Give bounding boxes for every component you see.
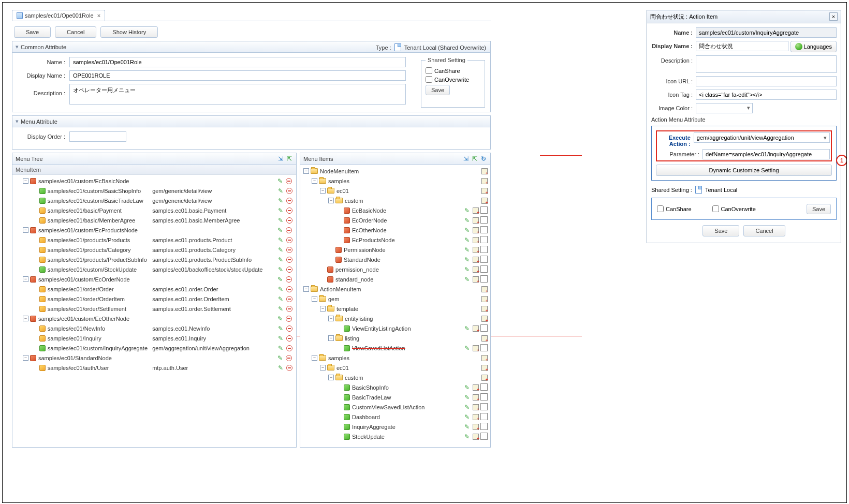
copy-icon[interactable] bbox=[481, 413, 488, 421]
copy-icon[interactable] bbox=[481, 207, 488, 214]
tree-row[interactable]: −ec01 bbox=[300, 363, 490, 373]
add-icon[interactable] bbox=[472, 423, 479, 431]
tree-row[interactable]: samples/ec01/custom/InquiryAggregategem/… bbox=[12, 343, 296, 353]
edit-icon[interactable]: ✎ bbox=[277, 364, 284, 372]
edit-icon[interactable]: ✎ bbox=[277, 246, 284, 254]
tree-row[interactable]: standard_node✎ bbox=[300, 274, 490, 284]
copy-icon[interactable] bbox=[481, 423, 488, 431]
delete-icon[interactable] bbox=[286, 364, 293, 372]
tree-row[interactable]: Dashboard✎ bbox=[300, 412, 490, 422]
delete-icon[interactable] bbox=[286, 295, 293, 303]
dlg-save-button[interactable]: Save bbox=[702, 225, 739, 236]
edit-icon[interactable]: ✎ bbox=[463, 413, 471, 421]
copy-icon[interactable] bbox=[481, 256, 488, 263]
dlg-canoverwrite-checkbox[interactable]: CanOverwrite bbox=[712, 205, 756, 212]
tree-row[interactable]: samples/ec01/products/ProductSubInfosamp… bbox=[12, 255, 296, 264]
delete-icon[interactable] bbox=[286, 305, 293, 313]
tree-row[interactable]: PermissionNode✎ bbox=[300, 245, 490, 255]
toggle-icon[interactable]: − bbox=[328, 316, 334, 321]
canshare-checkbox[interactable]: CanShare bbox=[426, 67, 480, 74]
execute-action-select[interactable]: gem/aggregation/unit/viewAggregation bbox=[694, 132, 830, 143]
edit-icon[interactable]: ✎ bbox=[463, 266, 471, 273]
delete-icon[interactable] bbox=[286, 286, 293, 293]
tree-row[interactable]: BasicTradeLaw✎ bbox=[300, 392, 490, 402]
edit-icon[interactable]: ✎ bbox=[463, 246, 471, 254]
tree-row[interactable]: −custom bbox=[300, 196, 490, 205]
add-icon[interactable] bbox=[472, 207, 479, 214]
shared-save-button[interactable]: Save bbox=[426, 85, 450, 95]
add-icon[interactable] bbox=[481, 197, 488, 204]
copy-icon[interactable] bbox=[481, 217, 488, 224]
tree-row[interactable]: samples/ec01/basic/Paymentsamples.ec01.b… bbox=[12, 205, 296, 215]
delete-icon[interactable] bbox=[285, 227, 292, 234]
add-icon[interactable] bbox=[481, 315, 488, 322]
delete-icon[interactable] bbox=[285, 276, 292, 283]
tree-row[interactable]: samples/ec01/basic/MemberAgreesamples.ec… bbox=[12, 215, 296, 225]
dlg-shared-save-button[interactable]: Save bbox=[807, 204, 831, 214]
edit-icon[interactable]: ✎ bbox=[277, 286, 284, 293]
tree-row[interactable]: samples/ec01/custom/StockUpdatesamples/e… bbox=[12, 264, 296, 274]
add-icon[interactable] bbox=[481, 286, 488, 293]
edit-icon[interactable]: ✎ bbox=[463, 433, 471, 440]
edit-icon[interactable]: ✎ bbox=[463, 227, 471, 234]
tree-row[interactable]: BasicShopInfo✎ bbox=[300, 382, 490, 392]
add-icon[interactable] bbox=[472, 413, 479, 421]
tree-row[interactable]: −NodeMenuItem bbox=[300, 166, 490, 176]
delete-icon[interactable] bbox=[285, 177, 292, 185]
toggle-icon[interactable]: − bbox=[23, 276, 28, 282]
delete-icon[interactable] bbox=[286, 217, 293, 224]
edit-icon[interactable]: ✎ bbox=[277, 345, 284, 352]
tree-row[interactable]: samples/ec01/products/Categorysamples.ec… bbox=[12, 245, 296, 255]
add-icon[interactable] bbox=[481, 364, 488, 372]
edit-icon[interactable]: ✎ bbox=[277, 335, 284, 342]
edit-icon[interactable]: ✎ bbox=[277, 217, 284, 224]
tab-ope001role[interactable]: samples/ec01/Ope001Role × bbox=[12, 10, 105, 21]
display-order-input[interactable] bbox=[69, 131, 126, 142]
copy-icon[interactable] bbox=[481, 345, 488, 352]
edit-icon[interactable]: ✎ bbox=[463, 404, 471, 411]
dlg-cancel-button[interactable]: Cancel bbox=[743, 225, 785, 236]
tree-row[interactable]: EcProductsNode✎ bbox=[300, 235, 490, 245]
tree-row[interactable]: −samples/ec01/StandardNode✎ bbox=[12, 353, 296, 363]
copy-icon[interactable] bbox=[481, 404, 488, 411]
toggle-icon[interactable]: − bbox=[312, 355, 317, 361]
displayname-input[interactable] bbox=[69, 70, 406, 81]
edit-icon[interactable]: ✎ bbox=[276, 276, 284, 283]
edit-icon[interactable]: ✎ bbox=[277, 305, 284, 313]
tree-row[interactable]: permission_node✎ bbox=[300, 264, 490, 274]
add-icon[interactable] bbox=[472, 394, 479, 401]
reload-icon[interactable]: ↻ bbox=[480, 155, 487, 162]
edit-icon[interactable]: ✎ bbox=[463, 276, 471, 283]
add-icon[interactable] bbox=[472, 217, 479, 224]
add-icon[interactable] bbox=[472, 266, 479, 273]
edit-icon[interactable]: ✎ bbox=[463, 345, 471, 352]
edit-icon[interactable]: ✎ bbox=[276, 354, 284, 362]
add-icon[interactable] bbox=[472, 404, 479, 411]
dlg-imgcolor-select[interactable] bbox=[696, 103, 753, 113]
tree-row[interactable]: ViewSavedListAction✎ bbox=[300, 343, 490, 353]
expand-tree-icon[interactable]: ⇲ bbox=[277, 155, 284, 162]
copy-icon[interactable] bbox=[481, 394, 488, 401]
tree-row[interactable]: EcOtherNode✎ bbox=[300, 225, 490, 235]
tree-row[interactable]: −samples/ec01/custom/EcOtherNode✎ bbox=[12, 314, 296, 323]
delete-icon[interactable] bbox=[286, 207, 293, 214]
copy-icon[interactable] bbox=[481, 325, 488, 332]
add-icon[interactable] bbox=[481, 168, 488, 175]
close-icon[interactable]: × bbox=[97, 12, 100, 19]
tree-row[interactable]: −samples bbox=[300, 353, 490, 363]
tree-row[interactable]: −ActionMenuItem bbox=[300, 284, 490, 294]
edit-icon[interactable]: ✎ bbox=[276, 315, 284, 322]
edit-icon[interactable]: ✎ bbox=[277, 266, 284, 273]
edit-icon[interactable]: ✎ bbox=[463, 236, 471, 244]
toggle-icon[interactable]: − bbox=[303, 286, 309, 292]
tree-row[interactable]: samples/ec01/products/Productssamples.ec… bbox=[12, 235, 296, 245]
edit-icon[interactable]: ✎ bbox=[277, 207, 284, 214]
delete-icon[interactable] bbox=[285, 354, 292, 362]
add-icon[interactable] bbox=[472, 384, 479, 391]
collapse-tree-icon[interactable]: ⇱ bbox=[286, 155, 293, 162]
toggle-icon[interactable]: − bbox=[303, 168, 309, 174]
dlg-canshare-checkbox[interactable]: CanShare bbox=[657, 205, 692, 212]
canoverwrite-checkbox[interactable]: CanOverwrite bbox=[426, 76, 480, 83]
toggle-icon[interactable]: − bbox=[23, 316, 28, 321]
tree-row[interactable]: samples/ec01/order/Ordersamples.ec01.ord… bbox=[12, 284, 296, 294]
